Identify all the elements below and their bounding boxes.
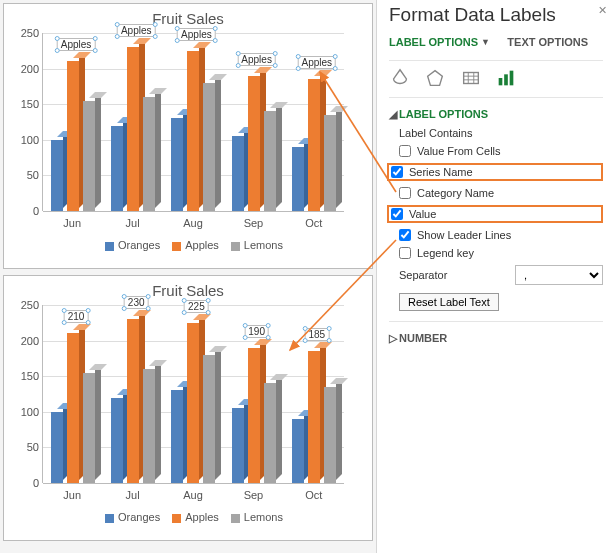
svg-marker-0 bbox=[428, 71, 443, 86]
opt-value-from-cells-label: Value From Cells bbox=[417, 145, 501, 157]
plot-area: 050100150200250210230225190185 bbox=[42, 305, 344, 483]
chart-1: Fruit Sales050100150200250ApplesApplesAp… bbox=[3, 3, 373, 269]
y-tick: 0 bbox=[11, 205, 39, 217]
section-number-text: NUMBER bbox=[399, 332, 447, 344]
bar-group: Apples bbox=[284, 33, 344, 211]
chart-title: Fruit Sales bbox=[4, 276, 372, 301]
opt-category-name-label: Category Name bbox=[417, 187, 494, 199]
data-label[interactable]: 230 bbox=[124, 296, 149, 309]
y-tick: 100 bbox=[11, 134, 39, 146]
checkbox-show-leader-lines[interactable] bbox=[399, 229, 411, 241]
y-tick: 200 bbox=[11, 335, 39, 347]
opt-category-name[interactable]: Category Name bbox=[399, 187, 603, 199]
size-icon[interactable] bbox=[460, 67, 482, 87]
format-icon-row bbox=[389, 60, 603, 97]
y-tick: 150 bbox=[11, 370, 39, 382]
y-tick: 100 bbox=[11, 406, 39, 418]
charts-container: Fruit Sales050100150200250ApplesApplesAp… bbox=[0, 0, 376, 553]
legend-item: Apples bbox=[185, 511, 219, 523]
triangle-down-icon: ◢ bbox=[389, 108, 397, 121]
tab-text-options[interactable]: TEXT OPTIONS bbox=[507, 34, 588, 50]
data-label[interactable]: Apples bbox=[57, 38, 96, 51]
opt-value-from-cells[interactable]: Value From Cells bbox=[399, 145, 603, 157]
opt-legend-key[interactable]: Legend key bbox=[399, 247, 603, 259]
x-tick: Sep bbox=[223, 217, 283, 229]
x-tick: Aug bbox=[163, 217, 223, 229]
y-tick: 250 bbox=[11, 299, 39, 311]
bar-group: Apples bbox=[43, 33, 103, 211]
checkbox-value-from-cells[interactable] bbox=[399, 145, 411, 157]
opt-legend-key-label: Legend key bbox=[417, 247, 474, 259]
x-tick: Sep bbox=[223, 489, 283, 501]
opt-value[interactable]: Value bbox=[387, 205, 603, 223]
opt-show-leader-lines[interactable]: Show Leader Lines bbox=[399, 229, 603, 241]
label-contains-heading: Label Contains bbox=[399, 127, 603, 139]
data-label[interactable]: Apples bbox=[177, 28, 216, 41]
svg-rect-3 bbox=[504, 74, 508, 85]
chart-options-icon[interactable] bbox=[495, 67, 517, 87]
y-tick: 50 bbox=[11, 169, 39, 181]
checkbox-value[interactable] bbox=[391, 208, 403, 220]
data-label[interactable]: Apples bbox=[237, 53, 276, 66]
x-tick: Oct bbox=[284, 217, 344, 229]
x-tick: Aug bbox=[163, 489, 223, 501]
legend-item: Lemons bbox=[244, 239, 283, 251]
legend: OrangesApplesLemons bbox=[4, 511, 372, 523]
data-label[interactable]: 225 bbox=[184, 300, 209, 313]
svg-rect-4 bbox=[510, 71, 514, 86]
y-tick: 0 bbox=[11, 477, 39, 489]
data-label[interactable]: 185 bbox=[304, 328, 329, 341]
effects-icon[interactable] bbox=[424, 67, 446, 87]
legend-item: Apples bbox=[185, 239, 219, 251]
bar-group: 185 bbox=[284, 305, 344, 483]
checkbox-legend-key[interactable] bbox=[399, 247, 411, 259]
y-tick: 250 bbox=[11, 27, 39, 39]
y-tick: 50 bbox=[11, 441, 39, 453]
reset-label-text-button[interactable]: Reset Label Text bbox=[399, 293, 499, 311]
tab-label-options[interactable]: LABEL OPTIONS ▼ bbox=[389, 34, 490, 52]
x-tick: Jun bbox=[42, 489, 102, 501]
pane-tabs: LABEL OPTIONS ▼ TEXT OPTIONS bbox=[389, 34, 603, 52]
legend-item: Oranges bbox=[118, 511, 160, 523]
pane-title: Format Data Labels bbox=[389, 4, 603, 26]
y-tick: 200 bbox=[11, 63, 39, 75]
x-tick: Jun bbox=[42, 217, 102, 229]
opt-show-leader-lines-label: Show Leader Lines bbox=[417, 229, 511, 241]
x-tick: Oct bbox=[284, 489, 344, 501]
x-tick: Jul bbox=[102, 489, 162, 501]
svg-rect-2 bbox=[499, 78, 503, 85]
opt-series-name[interactable]: Series Name bbox=[387, 163, 603, 181]
separator-select[interactable]: , bbox=[515, 265, 603, 285]
plot-area: 050100150200250ApplesApplesApplesApplesA… bbox=[42, 33, 344, 211]
bar-group: 190 bbox=[224, 305, 284, 483]
legend-item: Lemons bbox=[244, 511, 283, 523]
x-axis: JunJulAugSepOct bbox=[42, 217, 344, 229]
checkbox-series-name[interactable] bbox=[391, 166, 403, 178]
section-number[interactable]: ▷NUMBER bbox=[389, 328, 603, 351]
data-label[interactable]: Apples bbox=[117, 24, 156, 37]
opt-series-name-label: Series Name bbox=[409, 166, 473, 178]
legend-item: Oranges bbox=[118, 239, 160, 251]
fill-icon[interactable] bbox=[389, 67, 411, 87]
format-data-labels-pane: ✕ Format Data Labels LABEL OPTIONS ▼ TEX… bbox=[376, 0, 613, 553]
tab-label-options-text: LABEL OPTIONS bbox=[389, 36, 478, 48]
bar-group: Apples bbox=[103, 33, 163, 211]
checkbox-category-name[interactable] bbox=[399, 187, 411, 199]
close-icon[interactable]: ✕ bbox=[598, 4, 607, 17]
triangle-right-icon: ▷ bbox=[389, 332, 397, 345]
chevron-down-icon: ▼ bbox=[481, 37, 490, 47]
data-label[interactable]: 190 bbox=[244, 325, 269, 338]
svg-rect-1 bbox=[463, 73, 478, 84]
y-tick: 150 bbox=[11, 98, 39, 110]
x-axis: JunJulAugSepOct bbox=[42, 489, 344, 501]
section-label-options[interactable]: ◢LABEL OPTIONS bbox=[389, 104, 603, 127]
data-label[interactable]: 210 bbox=[64, 310, 89, 323]
data-label[interactable]: Apples bbox=[298, 56, 337, 69]
bar-group: Apples bbox=[163, 33, 223, 211]
section-label-options-text: LABEL OPTIONS bbox=[399, 108, 488, 120]
bar-group: 210 bbox=[43, 305, 103, 483]
bar-group: Apples bbox=[224, 33, 284, 211]
opt-value-label: Value bbox=[409, 208, 436, 220]
bar-group: 225 bbox=[163, 305, 223, 483]
legend: OrangesApplesLemons bbox=[4, 239, 372, 251]
